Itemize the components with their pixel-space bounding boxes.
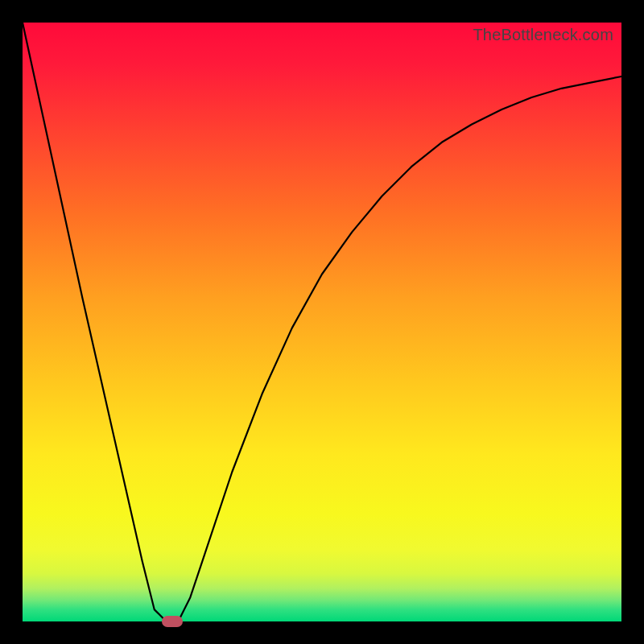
plot-area: TheBottleneck.com	[23, 23, 621, 621]
optimum-marker	[162, 616, 183, 627]
chart-frame: TheBottleneck.com	[0, 0, 644, 644]
bottleneck-curve	[23, 23, 621, 621]
curve-path	[23, 23, 621, 621]
